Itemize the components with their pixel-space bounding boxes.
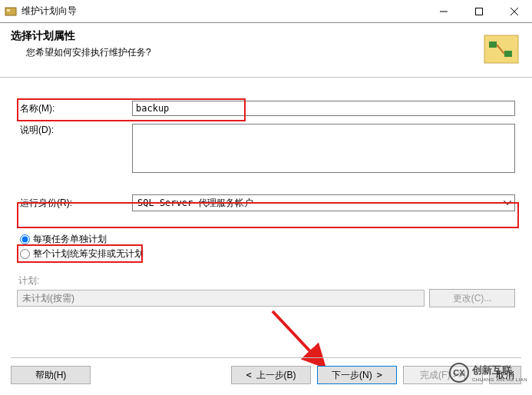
watermark: CX 创新互联 CHUANG XIN HU LIAN: [449, 363, 527, 383]
minimize-button[interactable]: [426, 0, 461, 23]
schedule-label: 计划:: [18, 274, 515, 287]
svg-rect-8: [504, 51, 512, 57]
watermark-text: 创新互联: [472, 363, 527, 377]
back-button[interactable]: 上一步(B): [231, 366, 311, 384]
schedule-field: 未计划(按需): [17, 290, 425, 307]
watermark-sub: CHUANG XIN HU LIAN: [472, 377, 527, 382]
chevron-down-icon: [501, 195, 514, 211]
close-button[interactable]: [497, 0, 532, 23]
runas-value: SQL Server 代理服务帐户: [133, 197, 501, 210]
change-schedule-button: 更改(C)...: [429, 289, 515, 307]
desc-label: 说明(D):: [17, 124, 132, 137]
description-field[interactable]: [132, 124, 515, 173]
radio-separate-input[interactable]: [20, 234, 30, 244]
wizard-icon: [478, 31, 521, 68]
radio-separate-schedule[interactable]: 每项任务单独计划: [20, 233, 515, 246]
titlebar: 维护计划向导: [0, 0, 532, 23]
chevron-right-icon: >: [377, 370, 382, 380]
svg-rect-7: [489, 41, 497, 48]
runas-select[interactable]: SQL Server 代理服务帐户: [132, 194, 515, 211]
wizard-body: 名称(M): 说明(D): 运行身份(R): SQL Server 代理服务帐户…: [0, 78, 532, 315]
watermark-icon: CX: [449, 363, 469, 383]
svg-rect-1: [7, 9, 10, 12]
next-button[interactable]: 下一步(N) >: [317, 366, 397, 384]
wizard-header: 选择计划属性 您希望如何安排执行维护任务?: [0, 23, 532, 77]
app-icon: [5, 5, 17, 18]
help-button[interactable]: 帮助(H): [11, 366, 91, 384]
schedule-value: 未计划(按需): [22, 292, 74, 305]
svg-rect-3: [476, 8, 483, 15]
radio-single-schedule[interactable]: 整个计划统筹安排或无计划: [20, 247, 515, 261]
name-label: 名称(M):: [17, 102, 132, 115]
runas-label: 运行身份(R):: [17, 197, 132, 210]
window-title: 维护计划向导: [21, 5, 77, 18]
chevron-left-icon: [246, 370, 256, 380]
radio-single-label: 整个计划统筹安排或无计划: [33, 247, 144, 261]
radio-separate-label: 每项任务单独计划: [33, 233, 107, 246]
maximize-button[interactable]: [461, 0, 497, 23]
page-subtitle: 您希望如何安排执行维护任务?: [26, 46, 478, 59]
name-field[interactable]: [132, 101, 515, 116]
radio-single-input[interactable]: [20, 249, 30, 259]
page-title: 选择计划属性: [11, 29, 478, 43]
